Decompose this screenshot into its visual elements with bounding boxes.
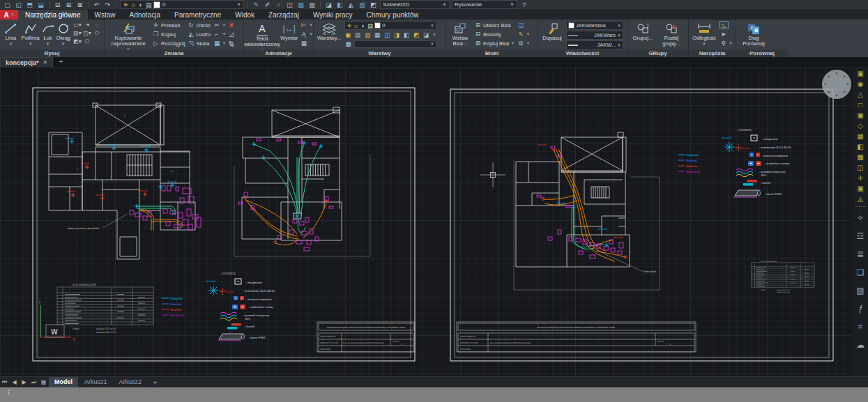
prev-layout-icon[interactable]: ◀ — [10, 379, 19, 385]
tab-parametryczne[interactable]: Parametryczne — [167, 10, 228, 20]
blockify-button[interactable]: ⊟Blockify — [474, 30, 515, 38]
kopiuj-button[interactable]: ❐Kopiuj — [152, 30, 185, 38]
obroc-button[interactable]: ↻Obróć — [188, 21, 211, 29]
osnap-perpendicular-icon[interactable]: ▩ — [855, 152, 867, 162]
drawing-canvas[interactable]: 30 m3/h 40 m3/h 30 m3/h 35 m3/h 70 m3/h … — [0, 67, 852, 376]
skala-button[interactable]: ◹Skala — [188, 39, 211, 47]
tab-wstaw[interactable]: Wstaw — [88, 10, 123, 20]
undo-icon[interactable]: ↶ — [92, 1, 101, 9]
luk-button[interactable]: Łuk ▼ — [42, 21, 54, 47]
block-brush-icon[interactable]: ✎ — [517, 31, 524, 38]
region-tool-icon[interactable]: ◰▾ — [82, 29, 92, 38]
attach-icon[interactable]: ❏ — [855, 263, 867, 281]
osnap-insertion-icon[interactable]: ◧ — [855, 141, 867, 152]
next-layout-icon[interactable]: ▶ — [20, 379, 29, 385]
open-file-icon[interactable]: ◱ — [14, 1, 23, 9]
lineweight-combo[interactable]: JAKWars ▼ — [566, 31, 623, 40]
plot-preview-icon[interactable]: ⊞ — [64, 1, 73, 9]
panel-title-wlasciwosci[interactable]: Właściwości — [538, 49, 627, 57]
filters-icon[interactable]: ☲ — [855, 227, 867, 245]
sheet-icon[interactable]: ▥ — [358, 1, 367, 9]
plot-icon[interactable]: ⊟ — [53, 1, 62, 9]
tab-chmury-punktow[interactable]: Chmury punktów — [360, 10, 426, 20]
annotate-icon[interactable]: ✐ — [263, 1, 272, 9]
osnap-midpoint-icon[interactable]: ◉ — [855, 79, 867, 89]
new-layout-plus-icon[interactable]: ＋ — [148, 378, 162, 387]
leader-icon[interactable]: ⊢ — [300, 22, 307, 29]
zoom-icon[interactable]: ◭ — [347, 1, 356, 9]
new-file-icon[interactable]: ▢ — [3, 1, 12, 9]
osnap-parallel-icon[interactable]: ▣ — [855, 183, 867, 194]
utworz-blok-button[interactable]: ⊞Utwórz Blok — [474, 21, 515, 29]
point-cloud-icon[interactable]: ☁ — [855, 336, 867, 354]
hatch-tool-icon[interactable]: ▨▾ — [73, 29, 82, 38]
trim-icon[interactable]: ✂ — [213, 22, 220, 29]
osnap-quadrant-icon[interactable]: ▣ — [855, 110, 867, 121]
tab-wyniki-pracy[interactable]: Wyniki pracy — [306, 10, 360, 20]
hatch-grid-icon[interactable]: ▨ — [855, 281, 867, 300]
layer-lock-icon[interactable]: ▦ — [374, 31, 381, 38]
workspace-combo[interactable]: Rysowanie ▼ — [452, 0, 517, 9]
rozbij-grupe-button[interactable]: x Rozbij grupę... — [658, 21, 685, 47]
measure-icon[interactable]: ◫ — [285, 1, 294, 9]
group-icon[interactable]: ⌗ — [274, 1, 283, 9]
layout-list-icon[interactable]: ▦ — [39, 379, 48, 385]
hierarchy-icon[interactable]: ⌗ — [855, 318, 867, 336]
visibility-icon[interactable]: ✧ — [855, 209, 867, 227]
save-icon[interactable]: ⬒ — [25, 1, 34, 9]
model-space[interactable]: 30 m3/h 40 m3/h 30 m3/h 35 m3/h 70 m3/h … — [0, 67, 852, 376]
array-icon[interactable]: ▨ — [307, 1, 317, 9]
rozciagnij-button[interactable]: ▷Rozciągnij — [152, 39, 185, 47]
erase-icon[interactable]: ✖ — [227, 22, 235, 29]
osnap-node-icon[interactable]: □ — [855, 100, 867, 110]
osnap-apparent-icon[interactable]: ◬ — [855, 194, 867, 204]
dwg-porownaj-button[interactable]: AB Dwg Porównaj — [738, 21, 769, 47]
osnap-nearest-icon[interactable]: ✛ — [855, 173, 867, 183]
close-icon[interactable]: ✕ — [43, 59, 48, 65]
first-layout-icon[interactable]: ⏮ — [0, 379, 9, 386]
ellipse-tool-icon[interactable]: ⬭ — [92, 29, 102, 38]
layer-state-combo[interactable]: ☀ ☼ ◐ ▤ 0 ▼ — [120, 0, 244, 9]
revcloud-tool-icon[interactable]: ◌ — [92, 21, 102, 29]
layers-stack-icon[interactable]: ≣ — [855, 245, 867, 263]
publish-icon[interactable]: ⊠ — [75, 1, 84, 9]
polilinia-button[interactable]: Polilinia ▼ — [22, 21, 40, 47]
layer-freeze-icon[interactable]: ▥ — [364, 31, 371, 38]
array-tool-icon[interactable]: ▦ — [213, 40, 220, 47]
eraser-icon[interactable]: ◧ — [335, 1, 344, 9]
okrag-button[interactable]: Okrąg ▼ — [56, 21, 70, 47]
panel-title-porownaj[interactable]: Porównaj — [736, 49, 788, 57]
osnap-endpoint-icon[interactable]: ▣ — [855, 68, 867, 79]
layer-off-icon[interactable]: ▣ — [344, 31, 351, 38]
osnap-tangent-icon[interactable]: ◫ — [855, 162, 867, 173]
layer-prev-icon[interactable]: ◨ — [393, 31, 400, 38]
warstwy-button[interactable]: Warstwy... — [316, 21, 342, 41]
layer-state-icon[interactable]: ▩ — [344, 40, 352, 47]
panel-title-bloki[interactable]: Bloki — [446, 49, 538, 57]
panel-icon[interactable]: ◪ — [324, 1, 333, 9]
gradient-tool-icon[interactable]: ◩▾ — [73, 38, 82, 46]
przesun-button[interactable]: ✛Przesuń — [152, 21, 185, 29]
match-properties-icon[interactable]: ✎ — [252, 1, 261, 9]
quick-measure-icon[interactable]: ◺ — [719, 21, 729, 29]
linia-button[interactable]: Linia ▼ — [2, 21, 20, 47]
point-tool-icon[interactable]: ·▾ — [82, 21, 92, 29]
tab-arkusz2[interactable]: Arkusz2 — [114, 377, 148, 387]
chamfer-icon[interactable]: ◿ — [227, 31, 235, 38]
text-style-icon[interactable]: Ą — [300, 31, 307, 38]
polygon-tool-icon[interactable]: ⬠ — [82, 38, 92, 46]
osnap-intersection-icon[interactable]: ◇ — [855, 121, 867, 131]
layer-filter-combo[interactable]: ▼ — [354, 40, 436, 48]
tekst-button[interactable]: A Tekst wielowierszowy ▼ — [246, 21, 278, 53]
template-combo[interactable]: Szkielet2D ▼ — [380, 0, 450, 9]
select-cursor-icon[interactable]: ➤ — [719, 31, 727, 38]
wstaw-blok-button[interactable]: Wstaw Blok... — [448, 21, 472, 47]
magnifier-icon[interactable]: ⚲ — [719, 40, 727, 47]
layer-delete-icon[interactable]: ◪ — [422, 31, 429, 38]
new-drawing-plus-icon[interactable]: ＋ — [57, 56, 64, 67]
panel-title-warstwy[interactable]: Warstwy — [314, 49, 446, 57]
table-icon[interactable]: ▦ — [300, 40, 307, 47]
last-layout-icon[interactable]: ⏭ — [29, 379, 38, 386]
help-icon[interactable]: ? — [519, 1, 528, 9]
lustro-button[interactable]: ◭Lustro — [188, 30, 211, 38]
